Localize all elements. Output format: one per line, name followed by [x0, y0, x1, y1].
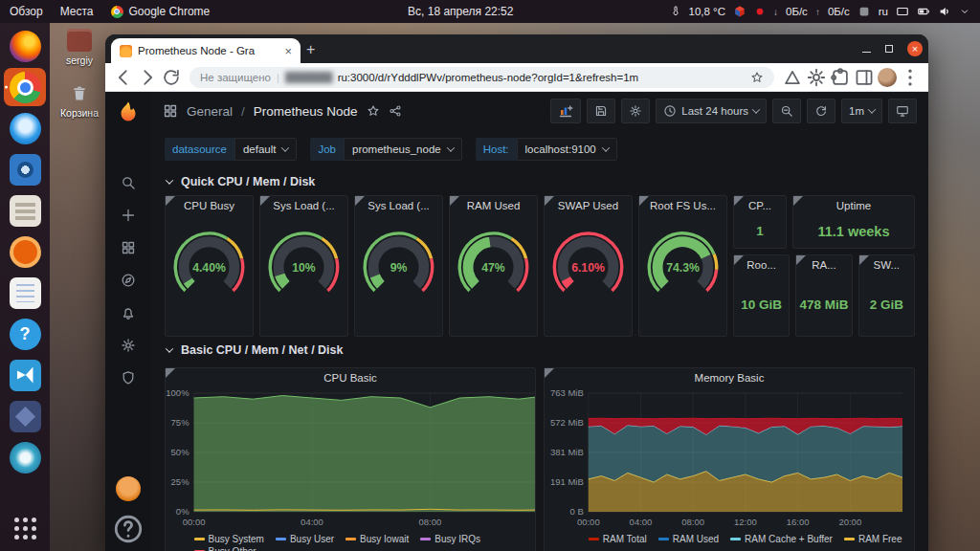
dock-item-chrome[interactable]: [4, 68, 46, 106]
panel-title[interactable]: CPU Busy: [166, 196, 253, 215]
bookmark-star-icon[interactable]: [750, 71, 764, 84]
maximize-button[interactable]: [885, 45, 893, 53]
favorite-star-icon[interactable]: [367, 104, 380, 118]
legend-item-ram-used[interactable]: RAM Used: [658, 534, 719, 544]
kiosk-mode-button[interactable]: [888, 99, 917, 123]
profile-avatar[interactable]: [878, 68, 897, 87]
panel-title[interactable]: Memory Basic: [545, 368, 914, 387]
address-bar[interactable]: Не защищено | ████████ ru:3000/d/rYdddlP…: [189, 67, 774, 88]
legend-item-busy-system[interactable]: Busy System: [194, 534, 264, 544]
desktop-icon-корзина[interactable]: Корзина: [55, 81, 104, 119]
keyboard-layout-indicator[interactable]: ru: [879, 6, 888, 17]
dock-item-files[interactable]: [4, 191, 46, 230]
panel-title[interactable]: Sys Load (...: [355, 196, 442, 215]
dashboard-settings-button[interactable]: [621, 99, 650, 123]
legend-item-ram-total[interactable]: RAM Total: [589, 534, 647, 544]
dock-item-boxes[interactable]: [4, 397, 46, 435]
variable-value-dropdown[interactable]: localhost:9100: [517, 138, 617, 161]
tray-app-icon[interactable]: [858, 5, 871, 18]
dock-item-player[interactable]: [4, 438, 46, 476]
panel-title[interactable]: Root FS Us...: [639, 196, 726, 215]
svg-text:9%: 9%: [390, 261, 408, 275]
security-label[interactable]: Не защищено: [200, 72, 271, 83]
places-menu[interactable]: Места: [60, 5, 94, 18]
sidebar-item-grid[interactable]: [109, 231, 147, 264]
dock-item-backup[interactable]: [4, 232, 46, 271]
dock-item-camera[interactable]: [4, 150, 46, 188]
legend-item-busy-iowait[interactable]: Busy Iowait: [345, 534, 409, 544]
desktop-icon-sergiy[interactable]: sergiy: [55, 29, 104, 66]
legend-item-busy-other[interactable]: Busy Other: [194, 546, 256, 551]
legend-item-ram-cache-buffer[interactable]: RAM Cache + Buffer: [730, 534, 833, 544]
time-range-picker[interactable]: Last 24 hours: [656, 99, 767, 123]
legend-item-busy-irqs[interactable]: Busy IRQs: [420, 534, 480, 544]
user-avatar[interactable]: [116, 476, 141, 501]
panel-title[interactable]: Sys Load (...: [260, 196, 347, 215]
sidebar-item-plus[interactable]: [109, 199, 147, 231]
panel-title[interactable]: Uptime: [793, 196, 914, 215]
browser-tab[interactable]: Prometheus Node - Gra ×: [111, 38, 301, 63]
minimize-button[interactable]: [862, 46, 871, 53]
breadcrumb-folder[interactable]: General: [187, 104, 233, 119]
display-icon[interactable]: [896, 5, 909, 18]
variable-value-dropdown[interactable]: prometheus_node: [344, 138, 462, 161]
legend-label: Busy User: [290, 534, 334, 544]
panel-title[interactable]: SWAP Used: [545, 196, 632, 215]
new-tab-button[interactable]: +: [306, 41, 315, 58]
back-button[interactable]: [113, 67, 134, 88]
row-header-basic[interactable]: Basic CPU / Mem / Net / Disk: [151, 337, 928, 364]
dock-item-help[interactable]: [4, 315, 46, 353]
row-header-quick[interactable]: Quick CPU / Mem / Disk: [151, 168, 928, 195]
extensions-icon[interactable]: [830, 67, 851, 88]
system-tray: 10,8 °C ↓ 0Б/с ↑ 0Б/с ru: [670, 5, 971, 18]
thermometer-icon[interactable]: [670, 6, 681, 17]
sidebar-item-gear[interactable]: [109, 329, 147, 362]
sidebar-item-search[interactable]: [109, 166, 147, 199]
close-button[interactable]: ×: [907, 41, 923, 56]
volume-icon[interactable]: [938, 5, 951, 18]
dock-item-apps-grid[interactable]: [4, 509, 46, 547]
add-panel-button[interactable]: [550, 99, 581, 123]
battery-icon[interactable]: [917, 5, 930, 18]
refresh-button[interactable]: [807, 99, 835, 123]
panel-title[interactable]: CP...: [734, 196, 786, 215]
stat-panel-cp: CP...1: [733, 195, 787, 249]
panel-title[interactable]: CPU Basic: [166, 368, 535, 387]
sidebar-item-bell[interactable]: [109, 297, 147, 329]
dashboards-icon[interactable]: [163, 103, 178, 119]
forward-button[interactable]: [137, 67, 158, 88]
extension-icon-2[interactable]: [806, 67, 827, 88]
record-dot-icon[interactable]: [754, 6, 766, 17]
reload-button[interactable]: [161, 67, 182, 88]
panel-title[interactable]: SW...: [859, 255, 914, 275]
chevron-down-icon[interactable]: [959, 6, 970, 17]
refresh-interval-picker[interactable]: 1m: [841, 99, 882, 123]
dashboard-title[interactable]: Prometheus Node: [254, 104, 358, 119]
dock-item-writer[interactable]: [4, 274, 46, 312]
dock-item-vscode[interactable]: [4, 356, 46, 394]
panel-title[interactable]: RAM Used: [450, 196, 537, 215]
variable-value-dropdown[interactable]: default: [234, 138, 298, 161]
variable-value: prometheus_node: [352, 143, 441, 155]
dock-item-opera[interactable]: [4, 109, 46, 147]
clock-menu[interactable]: Вс, 18 апреля 22:52: [408, 5, 513, 18]
help-icon[interactable]: [109, 513, 147, 545]
tab-close-icon[interactable]: ×: [284, 44, 292, 58]
active-app-menu[interactable]: Google Chrome: [111, 5, 211, 18]
activities-button[interactable]: Обзор: [10, 5, 43, 18]
boxes-cube-icon[interactable]: [733, 5, 746, 18]
grafana-logo[interactable]: [114, 99, 143, 128]
panel-title[interactable]: Roo...: [734, 255, 789, 275]
save-dashboard-button[interactable]: [587, 99, 615, 123]
share-icon[interactable]: [389, 104, 402, 118]
reading-list-icon[interactable]: [854, 67, 875, 88]
legend-item-busy-user[interactable]: Busy User: [276, 534, 334, 544]
zoom-out-button[interactable]: [772, 99, 801, 123]
sidebar-item-shield[interactable]: [109, 362, 147, 394]
extension-icon-1[interactable]: [782, 67, 803, 88]
legend-item-ram-free[interactable]: RAM Free: [844, 534, 902, 544]
browser-menu-icon[interactable]: [900, 67, 921, 88]
panel-title[interactable]: RA...: [796, 255, 851, 275]
sidebar-item-compass[interactable]: [109, 264, 147, 297]
dock-item-firefox[interactable]: [4, 27, 46, 65]
